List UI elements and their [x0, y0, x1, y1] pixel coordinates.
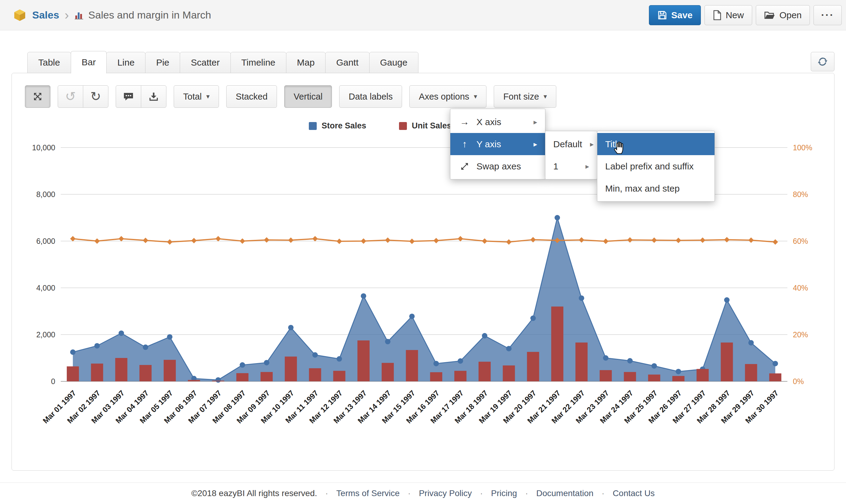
app-header: Sales › Sales and margin in March Save [0, 0, 846, 30]
redo-button[interactable]: ↻ [83, 85, 108, 108]
report-canvas: 02,0004,0006,0008,00010,0000%20%40%60%80… [12, 73, 834, 471]
legend-label-unit-sales: Unit Sales [412, 121, 452, 130]
y-axis-arrow-icon: ↑ [458, 139, 471, 150]
svg-text:8,000: 8,000 [36, 190, 55, 199]
data-labels-button[interactable]: Data labels [339, 85, 402, 108]
menu-item-axis-1[interactable]: 1 ▸ [545, 155, 597, 177]
tab-pie[interactable]: Pie [145, 52, 180, 73]
menu-item-label: Default [553, 139, 582, 149]
caret-down-icon: ▾ [206, 93, 210, 101]
menu-item-label: Min, max and step [605, 183, 680, 194]
redo-icon: ↻ [90, 90, 101, 103]
axes-options-button[interactable]: Axes options ▾ [409, 85, 486, 108]
font-size-button-label: Font size [503, 92, 539, 102]
y-axis-submenu: Default ▸ 1 ▸ [545, 131, 597, 179]
submenu-arrow-icon: ▸ [586, 162, 589, 170]
undo-button[interactable]: ↺ [58, 85, 83, 108]
footer-separator: · [480, 488, 483, 498]
open-button[interactable]: Open [756, 5, 810, 25]
stacked-button-label: Stacked [236, 92, 268, 102]
menu-item-x-axis[interactable]: → X axis ▸ [450, 111, 545, 133]
svg-text:80%: 80% [793, 190, 808, 199]
breadcrumb-chevron-icon: › [65, 9, 69, 21]
open-folder-icon [764, 10, 776, 20]
open-button-label: Open [779, 10, 802, 20]
vertical-button[interactable]: Vertical [284, 85, 332, 108]
report-title: Sales and margin in March [88, 9, 211, 21]
menu-item-swap-axes[interactable]: Swap axes [450, 155, 545, 177]
axes-options-menu: → X axis ▸ ↑ Y axis ▸ Swap axes [450, 109, 545, 179]
stacked-button[interactable]: Stacked [226, 85, 277, 108]
new-button[interactable]: New [704, 5, 752, 25]
fullscreen-button[interactable] [25, 85, 50, 108]
refresh-button[interactable] [811, 52, 834, 71]
legend-swatch-store-sales [309, 122, 317, 130]
menu-item-label: Label prefix and suffix [605, 161, 694, 172]
header-actions: Save New Open ··· [649, 5, 842, 25]
svg-text:0%: 0% [793, 377, 804, 385]
legend-item-store-sales[interactable]: Store Sales [309, 121, 366, 130]
new-document-icon [713, 10, 722, 21]
total-button[interactable]: Total ▾ [174, 85, 219, 108]
expand-icon [33, 91, 43, 102]
svg-text:6,000: 6,000 [36, 237, 55, 245]
footer-separator: · [525, 488, 528, 498]
breadcrumb-app-link[interactable]: Sales [32, 9, 59, 21]
save-icon [657, 10, 667, 20]
menu-item-label: 1 [553, 161, 558, 172]
vertical-button-label: Vertical [294, 92, 323, 102]
svg-text:10,000: 10,000 [32, 143, 55, 152]
ellipsis-icon: ··· [821, 9, 834, 21]
swap-axes-icon [458, 162, 471, 171]
footer-link-pricing[interactable]: Pricing [491, 488, 517, 498]
legend-item-unit-sales[interactable]: Unit Sales [399, 121, 452, 130]
menu-item-min-max-step[interactable]: Min, max and step [597, 177, 715, 199]
tab-table[interactable]: Table [27, 52, 71, 73]
total-button-label: Total [183, 92, 202, 102]
caret-down-icon: ▾ [543, 93, 547, 101]
x-axis-arrow-icon: → [458, 116, 471, 127]
svg-text:0: 0 [51, 377, 55, 385]
tab-gauge[interactable]: Gauge [369, 52, 418, 73]
footer-link-privacy-policy[interactable]: Privacy Policy [419, 488, 472, 498]
menu-item-label: Y axis [476, 139, 501, 149]
data-labels-button-label: Data labels [348, 92, 393, 102]
menu-item-label-prefix-suffix[interactable]: Label prefix and suffix [597, 155, 715, 177]
menu-item-default[interactable]: Default ▸ [545, 133, 597, 155]
caret-down-icon: ▾ [474, 93, 477, 101]
tab-bar[interactable]: Bar [71, 51, 107, 73]
svg-text:20%: 20% [793, 330, 808, 339]
save-button[interactable]: Save [649, 5, 701, 25]
eazybi-logo-icon[interactable] [13, 8, 27, 22]
legend-swatch-unit-sales [399, 122, 407, 130]
submenu-arrow-icon: ▸ [590, 140, 594, 148]
more-options-button[interactable]: ··· [813, 5, 842, 25]
footer-separator: · [601, 488, 604, 498]
footer-link-terms-of-service[interactable]: Terms of Service [337, 488, 400, 498]
svg-text:2,000: 2,000 [36, 330, 55, 339]
menu-item-label: X axis [476, 117, 501, 127]
tab-timeline[interactable]: Timeline [231, 52, 286, 73]
submenu-arrow-icon: ▸ [534, 118, 537, 126]
menu-item-y-axis[interactable]: ↑ Y axis ▸ [450, 133, 545, 155]
axes-options-button-label: Axes options [419, 92, 469, 102]
tab-line[interactable]: Line [106, 52, 145, 73]
refresh-icon [817, 56, 828, 67]
footer-separator: · [325, 488, 328, 498]
export-button[interactable] [141, 85, 166, 108]
legend-label-store-sales: Store Sales [322, 121, 366, 130]
svg-text:4,000: 4,000 [36, 284, 55, 292]
y-axis-default-submenu: Title Label prefix and suffix Min, max a… [597, 131, 715, 202]
svg-text:60%: 60% [793, 237, 808, 245]
new-button-label: New [726, 10, 744, 20]
footer-link-contact-us[interactable]: Contact Us [613, 488, 655, 498]
menu-item-label: Swap axes [476, 161, 521, 172]
tab-gantt[interactable]: Gantt [325, 52, 369, 73]
footer-link-documentation[interactable]: Documentation [536, 488, 593, 498]
comments-button[interactable] [116, 85, 141, 108]
tab-scatter[interactable]: Scatter [180, 52, 231, 73]
font-size-button[interactable]: Font size ▾ [494, 85, 556, 108]
comment-bubble-icon [123, 91, 134, 102]
tab-map[interactable]: Map [286, 52, 325, 73]
svg-text:40%: 40% [793, 284, 808, 292]
